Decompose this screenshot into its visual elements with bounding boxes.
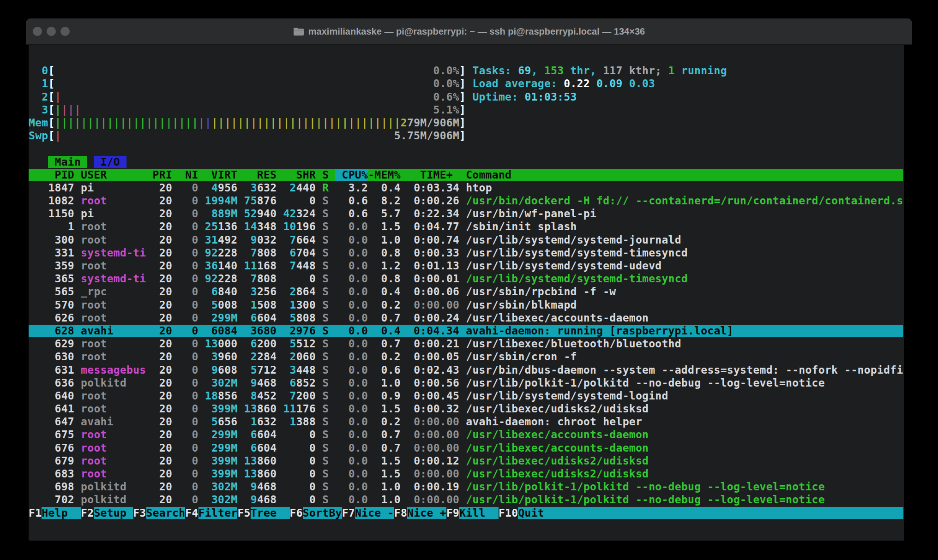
fnlabel-f6[interactable]: SortBy: [303, 507, 342, 519]
process-memnum: 6: [211, 286, 218, 298]
process-nice: 0: [179, 403, 198, 415]
process-row-628[interactable]: 628 avahi 20 0 6084 3680 2976 S 0.0 0.4 …: [29, 324, 904, 337]
close-button[interactable]: [33, 27, 42, 36]
process-row-679[interactable]: 679 root 20 0 399M 13860 0 S 0.0 1.5 0:0…: [29, 454, 904, 467]
fnlabel-f2[interactable]: Setup: [94, 507, 133, 519]
process-mem-percent: 0.7: [374, 338, 401, 350]
process-row-641[interactable]: 641 root 20 0 399M 13860 11176 S 0.0 1.5…: [29, 402, 904, 415]
process-row-636[interactable]: 636 polkitd 20 0 302M 9468 6852 S 0.0 1.…: [29, 376, 904, 389]
process-row-1150[interactable]: 1150 pi 20 0 889M 52940 42324 S 0.6 5.7 …: [29, 207, 904, 220]
selected-process-row[interactable]: 628 avahi 20 0 6084 3680 2976 S 0.0 0.4 …: [29, 325, 903, 337]
process-row-640[interactable]: 640 root 20 0 18856 8452 7200 S 0.0 0.9 …: [29, 389, 904, 402]
process-nice: 0: [179, 260, 198, 272]
process-memnum: 284: [257, 351, 277, 363]
process-memnum: 11: [244, 260, 257, 272]
process-memnum: 468: [257, 377, 277, 389]
minimize-button[interactable]: [47, 27, 56, 36]
process-memnum: 632: [257, 182, 277, 194]
process-memnum: 604: [257, 442, 277, 454]
fnlabel-f3[interactable]: Search: [146, 507, 186, 519]
process-row-565[interactable]: 565 _rpc 20 0 6840 3256 2864 S 0.0 0.4 0…: [29, 285, 904, 298]
process-row-683[interactable]: 683 root 20 0 399M 13860 0 S 0.0 1.5 0:0…: [29, 467, 904, 480]
process-memnum: 36: [205, 260, 218, 272]
process-command: /usr/lib/polkit-1/polkitd --no-debug --l…: [466, 481, 825, 493]
process-mem-percent: 1.5: [374, 220, 401, 232]
process-row-631[interactable]: 631 messagebus 20 0 9608 5712 3448 S 0.0…: [29, 363, 904, 376]
terminal-content: 0[ 0.0%] Tasks: 69, 153 thr, 117 kthr; 1…: [26, 45, 912, 541]
process-priority: 20: [153, 220, 172, 232]
process-row-626[interactable]: 626 root 20 0 299M 6604 5808 S 0.0 0.7 0…: [29, 311, 904, 324]
fnkey-f2[interactable]: F2: [81, 507, 94, 519]
process-cpu-percent: 0.0: [336, 442, 368, 454]
process-memnum: 140: [218, 260, 237, 272]
process-memnum: 5: [211, 299, 218, 311]
sort-column-cpu[interactable]: CPU%: [335, 169, 368, 181]
tab-main[interactable]: Main: [48, 156, 87, 168]
fnkey-f1[interactable]: F1: [29, 507, 42, 519]
process-pid: 631: [29, 364, 74, 376]
fnkey-f8[interactable]: F8: [394, 507, 407, 519]
fnkey-f10[interactable]: F10: [499, 507, 518, 519]
fnkey-f5[interactable]: F5: [237, 507, 250, 519]
fnkey-f7[interactable]: F7: [342, 507, 355, 519]
process-row-647[interactable]: 647 avahi 20 0 5656 1632 1388 S 0.0 0.2 …: [29, 415, 904, 428]
process-time: 0:00.32: [407, 403, 459, 415]
fnlabel-f4[interactable]: Filter: [198, 507, 238, 519]
process-user: root: [81, 220, 146, 232]
process-memnum: 25: [205, 220, 218, 232]
process-memnum: 6: [290, 247, 296, 259]
process-priority: 20: [153, 403, 172, 415]
fnlabel-f10[interactable]: Quit: [518, 507, 557, 519]
process-row-365[interactable]: 365 systemd-ti 20 0 92228 7808 0 S 0.0 0…: [29, 272, 904, 285]
process-table-header[interactable]: PID USER PRI NI VIRT RES SHR S CPU%-MEM%…: [29, 168, 904, 181]
load-average-stats: 0.22: [564, 77, 596, 89]
process-memnum: 632: [257, 416, 277, 428]
column-headers[interactable]: MEM% TIME+ Command: [374, 169, 903, 181]
process-user: root: [81, 468, 146, 480]
process-row-1[interactable]: 1 root 20 0 25136 14348 10196 S 0.0 1.5 …: [29, 220, 904, 233]
process-memnum: 5: [290, 312, 296, 324]
fnkey-f6[interactable]: F6: [290, 507, 303, 519]
process-time: 0:00.06: [407, 286, 459, 298]
process-memnum: 704: [296, 247, 316, 259]
process-priority: 20: [153, 195, 172, 207]
mem-cache-bars: |||||||||||||||||||||||||||||: [211, 117, 401, 129]
fnlabel-f5[interactable]: Tree: [251, 507, 290, 519]
memory-meter-close-bracket: ]: [459, 117, 466, 129]
zoom-button[interactable]: [60, 27, 70, 36]
cpu-meter-1: 1[ 0.0%] Load average: 0.22 0.09 0.03: [29, 77, 904, 90]
process-row-300[interactable]: 300 root 20 0 31492 9032 7664 S 0.0 1.0 …: [29, 233, 904, 246]
process-row-675[interactable]: 675 root 20 0 299M 6604 0 S 0.0 0.7 0:00…: [29, 428, 904, 441]
htop-screen[interactable]: 0[ 0.0%] Tasks: 69, 153 thr, 117 kthr; 1…: [29, 45, 904, 541]
fnlabel-f7[interactable]: Nice -: [355, 507, 394, 519]
titlebar[interactable]: maximiliankaske — pi@raspberrypi: ~ — ss…: [26, 18, 912, 45]
process-pid: 675: [29, 429, 74, 441]
process-row-331[interactable]: 331 systemd-ti 20 0 92228 7808 6704 S 0.…: [29, 246, 904, 259]
cpu-meter-0-close-bracket: ]: [459, 65, 466, 77]
process-memnum: 0: [309, 195, 316, 207]
process-row-1082[interactable]: 1082 root 20 0 1994M 75876 0 S 0.6 8.2 0…: [29, 194, 904, 207]
fnkey-f9[interactable]: F9: [446, 507, 459, 519]
process-nice: 0: [179, 234, 198, 246]
fnlabel-f9[interactable]: Kill: [459, 507, 499, 519]
process-nice: 0: [179, 468, 198, 480]
fnkey-f4[interactable]: F4: [185, 507, 198, 519]
process-row-630[interactable]: 630 root 20 0 3960 2284 2060 S 0.0 0.2 0…: [29, 350, 904, 363]
process-row-702[interactable]: 702 polkitd 20 0 302M 9468 0 S 0.0 1.0 0…: [29, 493, 904, 506]
tab-io[interactable]: I/O: [94, 156, 126, 168]
process-user: messagebus: [81, 364, 146, 376]
process-row-359[interactable]: 359 root 20 0 36140 11168 7448 S 0.0 1.2…: [29, 259, 904, 272]
process-row-570[interactable]: 570 root 20 0 5008 1508 1300 S 0.0 0.2 0…: [29, 298, 904, 311]
column-headers[interactable]: PID USER PRI NI VIRT RES SHR S: [29, 169, 335, 181]
process-memnum: 1: [290, 416, 296, 428]
process-row-698[interactable]: 698 polkitd 20 0 302M 9468 0 S 0.0 1.0 0…: [29, 480, 904, 493]
fnlabel-f1[interactable]: Help: [42, 507, 81, 519]
process-row-676[interactable]: 676 root 20 0 299M 6604 0 S 0.0 0.7 0:00…: [29, 441, 904, 454]
fnkey-f3[interactable]: F3: [133, 507, 146, 519]
mem-buffers-bar: |: [205, 117, 211, 129]
process-row-629[interactable]: 629 root 20 0 13000 6200 5512 S 0.0 0.7 …: [29, 337, 904, 350]
fnlabel-f8[interactable]: Nice +: [407, 507, 446, 519]
function-key-bar[interactable]: F1Help F2Setup F3SearchF4FilterF5Tree F6…: [29, 506, 904, 519]
process-priority: 20: [153, 416, 172, 428]
process-row-1847[interactable]: 1847 pi 20 0 4956 3632 2440 R 3.2 0.4 0:…: [29, 181, 904, 194]
